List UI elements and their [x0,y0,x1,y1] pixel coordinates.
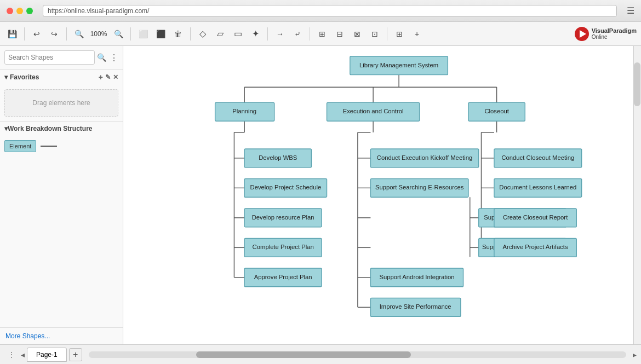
drag-hint-text: Drag elements here [32,99,90,107]
vp-logo-icon [574,26,590,42]
wbs-closeout-report-label: Create Closeout Report [503,214,568,221]
layout-button[interactable]: ⊡ [367,26,382,42]
toolbar-separator [267,27,268,41]
line-color-button[interactable]: ▱ [213,26,228,42]
drag-drop-area: Drag elements here [4,89,118,117]
main-layout: 🔍 ⋮ ▾ Favorites + ✎ ✕ Drag elements here… [0,46,641,344]
url-text: https://online.visual-paradigm.com/ [48,7,149,15]
align-button[interactable]: ⊟ [332,26,347,42]
zoom-group: 🔍 100% 🔍 [71,26,126,42]
hscroll-thumb[interactable] [196,351,411,358]
search-box: 🔍 ⋮ [0,46,123,70]
page-tab-label: Page-1 [36,351,58,359]
distribute-button[interactable]: ⊠ [350,26,365,42]
more-shapes-link[interactable]: More Shapes... [0,327,123,344]
grid-button[interactable]: ⊞ [392,26,407,42]
style-button[interactable]: ✦ [248,26,263,42]
wbs-complete-plan-label: Complete Project Plan [253,244,314,250]
toolbar-separator [387,27,387,41]
add-button[interactable]: + [409,26,425,42]
wbs-closeout-label: Closeout [484,108,509,114]
toolbar-separator [66,27,67,41]
horizontal-scrollbar[interactable] [89,351,626,358]
wbs-approve-plan-label: Approve Project Plan [254,274,312,280]
page-tab[interactable]: Page-1 [27,348,67,362]
wbs-search-eresources-label: Support Searching E-Resources [375,184,464,190]
wbs-develop-schedule-label: Develop Project Schedule [250,184,322,190]
maximize-window-button[interactable] [26,8,33,14]
bottom-bar: ⋮ ◂ Page-1 + ▸ [0,344,641,364]
redo-button[interactable]: ↪ [47,26,62,42]
canvas-area[interactable]: Library Management System Planning Execu… [123,46,641,344]
scroll-left-icon[interactable]: ◂ [21,350,25,359]
connector-button[interactable]: → [272,26,288,42]
favorites-edit-icon[interactable]: ✎ [105,73,111,81]
search-icon[interactable]: 🔍 [97,53,106,62]
fill-button[interactable]: ◇ [195,26,210,42]
favorites-section-header[interactable]: ▾ Favorites + ✎ ✕ [0,70,123,85]
wbs-develop-resource-label: Develop resource Plan [252,214,314,221]
toolbar-separator [130,27,131,41]
copy-button[interactable]: ⬜ [135,26,151,42]
wbs-closeout-meeting-label: Conduct Closeout Meeting [501,154,574,161]
sidebar-options-icon[interactable]: ⋮ [110,53,118,63]
sidebar: 🔍 ⋮ ▾ Favorites + ✎ ✕ Drag elements here… [0,46,123,344]
title-bar: https://online.visual-paradigm.com/ ☰ [0,0,641,22]
wbs-android-label: Support Android Integration [379,274,454,280]
scroll-right-icon[interactable]: ▸ [633,350,637,359]
delete-button[interactable]: 🗑 [170,26,186,42]
wbs-label: Work Breakdown Structure [8,125,92,132]
wbs-execution-label: Execution and Control [343,108,404,114]
add-page-button[interactable]: + [69,348,82,361]
favorites-arrow-icon: ▾ [4,73,8,81]
waypoint-button[interactable]: ⤶ [290,26,305,42]
toolbar-separator [190,27,191,41]
wbs-elements-panel: Element [0,136,123,157]
wbs-line-item [41,146,57,147]
wbs-archive-label: Archive Project Artifacts [503,244,568,250]
wbs-planning-label: Planning [232,108,256,114]
wbs-develop-wbs-label: Develop WBS [259,154,297,161]
favorites-add-icon[interactable]: + [99,73,103,82]
wbs-performance-label: Improve Site Performance [380,303,451,310]
traffic-lights [7,8,33,14]
scroll-thumb[interactable] [634,62,640,106]
shape-button[interactable]: ▭ [230,26,245,42]
save-button[interactable]: 💾 [4,26,20,42]
vertical-scrollbar[interactable] [633,46,641,344]
zoom-out-button[interactable]: 🔍 [71,26,87,42]
bottom-options-icon[interactable]: ⋮ [4,348,19,362]
wbs-kickoff-label: Conduct Execution Kickoff Meeting [377,154,473,161]
favorites-label: Favorites [10,73,39,81]
search-input[interactable] [4,50,95,65]
wbs-lessons-label: Document Lessons Learned [499,184,576,190]
wbs-root-label: Library Management System [359,62,438,68]
wbs-element-label: Element [9,143,31,149]
toolbar-separator [24,27,25,41]
paste-button[interactable]: ⬛ [153,26,168,42]
toolbar-separator [310,27,310,41]
url-bar[interactable]: https://online.visual-paradigm.com/ [43,5,617,17]
wbs-diagram: Library Management System Planning Execu… [123,46,633,344]
main-toolbar: 💾 ↩ ↪ 🔍 100% 🔍 ⬜ ⬛ 🗑 ◇ ▱ ▭ ✦ → ⤶ ⊞ ⊟ ⊠ ⊡… [0,22,641,46]
zoom-in-button[interactable]: 🔍 [111,26,126,42]
favorites-close-icon[interactable]: ✕ [113,73,118,81]
wbs-element-item[interactable]: Element [4,140,36,152]
arrange-button[interactable]: ⊞ [314,26,330,42]
zoom-value: 100% [88,30,110,38]
close-window-button[interactable] [7,8,13,14]
undo-button[interactable]: ↩ [29,26,44,42]
wbs-section-header[interactable]: ▾ Work Breakdown Structure [0,121,123,136]
minimize-window-button[interactable] [16,8,23,14]
vp-logo: VisualParadigm Online [574,26,637,42]
diagram-container: Library Management System Planning Execu… [123,46,633,344]
menu-icon[interactable]: ☰ [627,5,634,16]
